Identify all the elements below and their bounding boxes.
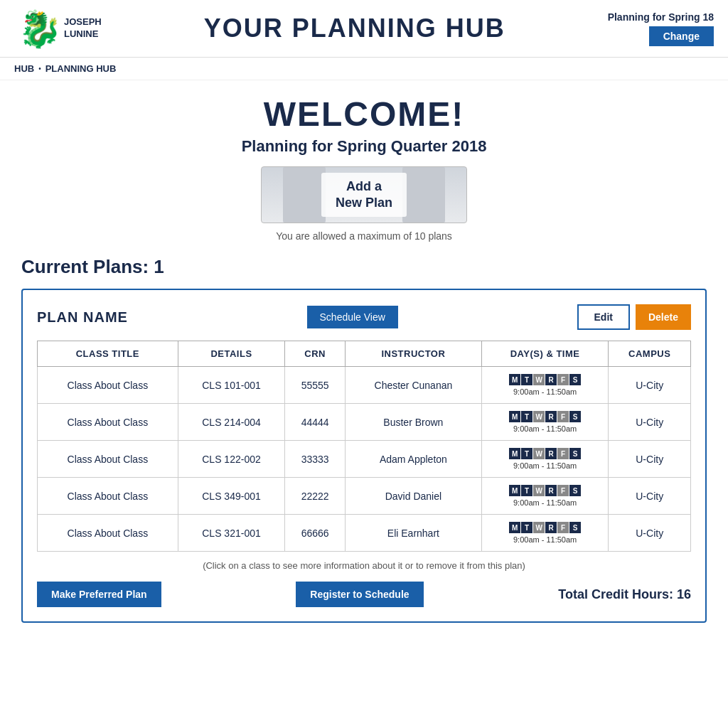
day-badge-f: F [557,374,569,385]
class-table: CLASS TITLE DETAILS CRN INSTRUCTOR DAY(S… [37,341,691,552]
col-campus: CAMPUS [609,341,691,367]
table-row[interactable]: Class About Class CLS 101-001 55555 Ches… [38,367,691,404]
day-badge-t: T [521,485,532,496]
day-badge-s: S [569,485,581,496]
plan-header-right: Edit Delete [577,304,691,330]
day-badge-w: W [533,485,545,496]
day-badge-f: F [557,411,569,422]
day-badge-f: F [557,485,569,496]
total-credits: Total Credit Hours: 16 [558,587,691,602]
change-button[interactable]: Change [649,26,714,46]
day-badge-f: F [557,448,569,459]
table-row[interactable]: Class About Class CLS 321-001 66666 Eli … [38,515,691,552]
cell-campus: U-City [609,404,691,441]
cell-campus: U-City [609,441,691,478]
add-plan-card[interactable]: Add a New Plan [261,166,467,223]
day-badge-m: M [509,448,520,459]
cell-day-time: MTWRFS9:00am - 11:50am [481,478,609,515]
cell-campus: U-City [609,478,691,515]
col-class-title: CLASS TITLE [38,341,178,367]
planning-for-label: Planning for Spring 18 [608,11,714,23]
cell-crn: 55555 [285,367,346,404]
add-plan-inner: Add a New Plan [321,173,407,218]
cell-class-title: Class About Class [38,404,178,441]
cell-instructor: Chester Cunanan [345,367,481,404]
cell-day-time: MTWRFS9:00am - 11:50am [481,441,609,478]
add-plan-line1: Add a [336,178,392,195]
day-badge-t: T [521,374,532,385]
plan-card-header: PLAN NAME Schedule View Edit Delete [37,304,691,330]
cell-instructor: Adam Appleton [345,441,481,478]
site-title: YOUR PLANNING HUB [204,14,505,43]
col-details: DETAILS [178,341,285,367]
click-info-text: (Click on a class to see more informatio… [37,560,691,571]
day-badge-s: S [569,448,581,459]
day-badge-r: R [545,485,557,496]
cell-crn: 66666 [285,515,346,552]
logo-area: 🐉 JOSEPH LUNINE [14,7,102,50]
cell-day-time: MTWRFS9:00am - 11:50am [481,404,609,441]
breadcrumb-hub-link[interactable]: HUB [14,63,34,74]
day-badge-t: T [521,411,532,422]
col-instructor: INSTRUCTOR [345,341,481,367]
day-badge-w: W [533,374,545,385]
page-header: 🐉 JOSEPH LUNINE YOUR PLANNING HUB Planni… [0,0,728,58]
day-time: 9:00am - 11:50am [488,387,603,396]
table-header: CLASS TITLE DETAILS CRN INSTRUCTOR DAY(S… [38,341,691,367]
day-time: 9:00am - 11:50am [488,535,603,544]
breadcrumb-separator: • [38,65,41,73]
cell-details: CLS 214-004 [178,404,285,441]
day-badge-m: M [509,485,520,496]
dragon-logo-icon: 🐉 [14,7,57,50]
current-plans-heading: Current Plans: 1 [21,256,707,278]
day-badge-r: R [545,522,557,533]
cell-day-time: MTWRFS9:00am - 11:50am [481,515,609,552]
user-name: JOSEPH LUNINE [64,16,102,41]
day-badge-r: R [545,411,557,422]
table-row[interactable]: Class About Class CLS 214-004 44444 Bust… [38,404,691,441]
cell-crn: 33333 [285,441,346,478]
max-plans-text: You are allowed a maximum of 10 plans [14,230,714,242]
day-badge-w: W [533,448,545,459]
edit-button[interactable]: Edit [577,304,630,330]
table-row[interactable]: Class About Class CLS 349-001 22222 Davi… [38,478,691,515]
table-body: Class About Class CLS 101-001 55555 Ches… [38,367,691,552]
day-badge-s: S [569,411,581,422]
svg-text:🐉: 🐉 [18,8,57,50]
cell-crn: 44444 [285,404,346,441]
day-time: 9:00am - 11:50am [488,498,603,507]
day-badge-m: M [509,522,520,533]
cell-details: CLS 122-002 [178,441,285,478]
table-row[interactable]: Class About Class CLS 122-002 33333 Adam… [38,441,691,478]
cell-class-title: Class About Class [38,367,178,404]
cell-class-title: Class About Class [38,478,178,515]
cell-instructor: Eli Earnhart [345,515,481,552]
table-header-row: CLASS TITLE DETAILS CRN INSTRUCTOR DAY(S… [38,341,691,367]
plan-header-center: Schedule View [307,306,398,328]
plan-name: PLAN NAME [37,309,128,326]
day-badge-f: F [557,522,569,533]
cell-details: CLS 349-001 [178,478,285,515]
day-badge-m: M [509,374,520,385]
day-time: 9:00am - 11:50am [488,461,603,470]
header-right-panel: Planning for Spring 18 Change [608,11,714,46]
breadcrumb: HUB • PLANNING HUB [0,58,728,80]
col-crn: CRN [285,341,346,367]
day-badge-t: T [521,448,532,459]
col-day-time: DAY(S) & TIME [481,341,609,367]
add-plan-line2: New Plan [336,195,392,211]
cell-campus: U-City [609,515,691,552]
cell-campus: U-City [609,367,691,404]
main-content: WELCOME! Planning for Spring Quarter 201… [0,80,728,651]
schedule-view-button[interactable]: Schedule View [307,306,398,328]
register-button[interactable]: Register to Schedule [296,582,423,607]
make-preferred-button[interactable]: Make Preferred Plan [37,582,161,607]
day-badge-r: R [545,374,557,385]
delete-button[interactable]: Delete [636,304,691,330]
welcome-subtitle: Planning for Spring Quarter 2018 [14,137,714,156]
cell-class-title: Class About Class [38,441,178,478]
day-badge-m: M [509,411,520,422]
current-plans-section: Current Plans: 1 PLAN NAME Schedule View… [14,256,714,623]
cell-instructor: David Daniel [345,478,481,515]
day-badge-r: R [545,448,557,459]
